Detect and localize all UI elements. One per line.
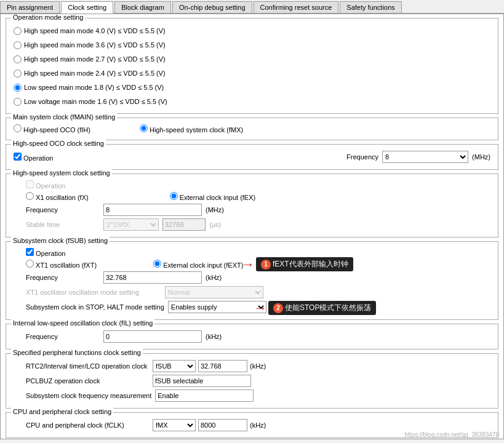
operation-mode-title: Operation mode setting	[11, 14, 85, 21]
sub-clock-source-row: XT1 oscillation (fXT) External clock inp…	[14, 260, 490, 269]
sub-external-radio[interactable]	[153, 260, 161, 268]
watermark: https://blog.csdn.net/qq_36383478	[405, 431, 499, 438]
hs-frequency-input[interactable]	[103, 204, 202, 216]
sub-operation-checkbox[interactable]	[26, 248, 34, 256]
cpu-clock-fields: fMX (kHz)	[153, 419, 266, 431]
sub-xt1-radio[interactable]	[26, 260, 34, 268]
main-system-radio-left[interactable]	[14, 124, 22, 132]
operation-mode-body: High speed main mode 4.0 (V) ≤ VDD ≤ 5.5…	[6, 18, 498, 113]
op-mode-row-2: High speed main mode 2.7 (V) ≤ VDD ≤ 5.5…	[14, 53, 490, 65]
sub-frequency-label: Frequency	[26, 274, 100, 281]
hs-x1-radio[interactable]	[26, 192, 34, 200]
oco-frequency-unit: (MHz)	[472, 153, 490, 161]
sub-frequency-row: Frequency (kHz)	[14, 271, 490, 284]
sub-xt1-mode-row: XT1 oscillator oscillation mode setting …	[14, 286, 490, 298]
pclbuz-row: PCLBUZ operation clock	[14, 375, 490, 387]
op-mode-row-0: High speed main mode 4.0 (V) ≤ VDD ≤ 5.5…	[14, 25, 490, 37]
sub-stop-halt-label: Subsystem clock in STOP, HALT mode setti…	[26, 303, 164, 311]
subsystem-title: Subsystem clock (fSUB) setting	[11, 237, 110, 244]
internal-low-body: Frequency (kHz)	[6, 324, 498, 349]
hs-stable-label: Stable time	[26, 221, 100, 228]
subsystem-body: Operation XT1 oscillation (fXT) External…	[6, 242, 498, 319]
oco-operation-checkbox[interactable]	[14, 153, 22, 161]
highspeed-system-body: Operation X1 oscillation (fX) External c…	[6, 174, 498, 237]
main-system-body: High-speed OCO (fIH) High-speed system c…	[6, 118, 498, 140]
pclbuz-input[interactable]	[153, 375, 251, 387]
sub-stop-halt-select[interactable]: Enables supply	[168, 301, 266, 313]
highspeed-system-title: High-speed system clock setting	[11, 169, 112, 177]
hs-external-radio[interactable]	[170, 192, 178, 200]
hs-operation-checkbox	[26, 180, 34, 188]
specified-peripheral-body: RTC2/Interval timer/LCD operation clock …	[6, 354, 498, 408]
cpu-select[interactable]: fMX	[153, 419, 196, 431]
sub-xt1-mode-select: Normal	[165, 286, 263, 298]
op-mode-radio-1[interactable]	[14, 41, 22, 49]
hs-stable-row: Stable time 2^18/fX (μs)	[14, 218, 490, 231]
op-mode-radio-0[interactable]	[14, 27, 22, 35]
rtc-select[interactable]: fSUB	[153, 360, 196, 372]
rtc-fields: fSUB (kHz)	[153, 360, 266, 372]
main-system-section: Main system clock (fMAIN) setting High-s…	[6, 118, 498, 140]
hs-clock-source-row: X1 oscillation (fX) External clock input…	[14, 192, 490, 201]
op-mode-radio-2[interactable]	[14, 55, 22, 63]
il-frequency-row: Frequency (kHz)	[14, 330, 490, 343]
highspeed-oco-section: High-speed OCO clock setting Operation F…	[6, 144, 498, 170]
op-mode-row-3: High speed main mode 2.4 (V) ≤ VDD ≤ 5.5…	[14, 67, 490, 79]
subsys-freq-meas-row: Subsystem clock frequency measurement	[14, 389, 490, 402]
op-mode-radio-5[interactable]	[14, 98, 22, 106]
rtc-row: RTC2/Interval timer/LCD operation clock …	[14, 360, 490, 372]
sub-stop-halt-row: Subsystem clock in STOP, HALT mode setti…	[14, 301, 490, 313]
il-frequency-unit: (kHz)	[206, 333, 222, 340]
op-mode-radio-3[interactable]	[14, 70, 22, 78]
specified-peripheral-section: Specified peripheral functions clock set…	[6, 353, 498, 409]
cpu-clock-row: CPU and peripheral clock (fCLK) fMX (kHz…	[14, 419, 490, 431]
op-mode-radio-4[interactable]	[14, 84, 22, 92]
sub-frequency-input[interactable]	[103, 271, 202, 284]
hs-frequency-row: Frequency (MHz)	[14, 204, 490, 216]
rtc-value-input[interactable]	[198, 360, 247, 372]
tab-bar: Pin assignment Clock setting Block diagr…	[0, 0, 504, 14]
subsys-freq-meas-input[interactable]	[155, 389, 254, 402]
sub-frequency-unit: (kHz)	[206, 274, 222, 281]
rtc-label: RTC2/Interval timer/LCD operation clock	[26, 362, 149, 370]
op-mode-row-1: High speed main mode 3.6 (V) ≤ VDD ≤ 5.5…	[14, 39, 490, 51]
hs-stable-input	[162, 218, 206, 231]
hs-stable-select: 2^18/fX	[103, 218, 159, 231]
specified-peripheral-title: Specified peripheral functions clock set…	[11, 349, 143, 356]
tab-clock-setting[interactable]: Clock setting	[61, 1, 113, 14]
hs-stable-unit: (μs)	[209, 221, 221, 228]
tab-safety-functions[interactable]: Safety functions	[340, 1, 401, 13]
annotation-1-text: fEXT代表外部输入时钟	[273, 259, 348, 269]
op-mode-row-4: Low speed main mode 1.8 (V) ≤ VDD ≤ 5.5 …	[14, 81, 490, 94]
main-system-title: Main system clock (fMAIN) setting	[11, 113, 117, 121]
main-system-row: High-speed OCO (fIH) High-speed system c…	[14, 124, 490, 134]
subsys-freq-meas-label: Subsystem clock frequency measurement	[26, 392, 151, 399]
il-frequency-label: Frequency	[26, 333, 100, 340]
tab-confirming-reset[interactable]: Confirming reset source	[254, 1, 339, 13]
il-frequency-input[interactable]	[103, 330, 202, 343]
cpu-peripheral-title: CPU and peripheral clock setting	[11, 408, 113, 415]
cpu-clock-label: CPU and peripheral clock (fCLK)	[26, 421, 149, 429]
sub-operation-row: Operation	[14, 248, 490, 257]
internal-low-section: Internal low-speed oscillation clock (fI…	[6, 324, 498, 349]
main-content: Operation mode setting High speed main m…	[0, 14, 504, 439]
sub-xt1-mode-label: XT1 oscillator oscillation mode setting	[26, 289, 161, 296]
tab-on-chip-debug[interactable]: On-chip debug setting	[172, 1, 252, 13]
operation-mode-section: Operation mode setting High speed main m…	[6, 18, 498, 114]
highspeed-oco-title: High-speed OCO clock setting	[11, 140, 106, 147]
highspeed-system-section: High-speed system clock setting Operatio…	[6, 174, 498, 237]
oco-frequency-select[interactable]: 8	[382, 151, 468, 163]
tab-pin-assignment[interactable]: Pin assignment	[0, 1, 60, 13]
cpu-unit: (kHz)	[250, 421, 266, 429]
op-mode-row-5: Low voltage main mode 1.6 (V) ≤ VDD ≤ 5.…	[14, 95, 490, 108]
tab-block-diagram[interactable]: Block diagram	[114, 1, 171, 13]
subsystem-section: Subsystem clock (fSUB) setting Operation…	[6, 241, 498, 320]
oco-operation-row: Operation Frequency 8 (MHz)	[14, 151, 490, 163]
hs-frequency-unit: (MHz)	[206, 206, 224, 214]
annotation-2-text: 使能STOP模式下依然振荡	[285, 303, 371, 313]
hs-frequency-label: Frequency	[26, 206, 100, 214]
main-system-radio-right[interactable]	[140, 124, 148, 132]
cpu-value-input[interactable]	[198, 419, 247, 431]
highspeed-oco-body: Operation Frequency 8 (MHz)	[6, 145, 498, 169]
rtc-unit: (kHz)	[250, 362, 266, 370]
